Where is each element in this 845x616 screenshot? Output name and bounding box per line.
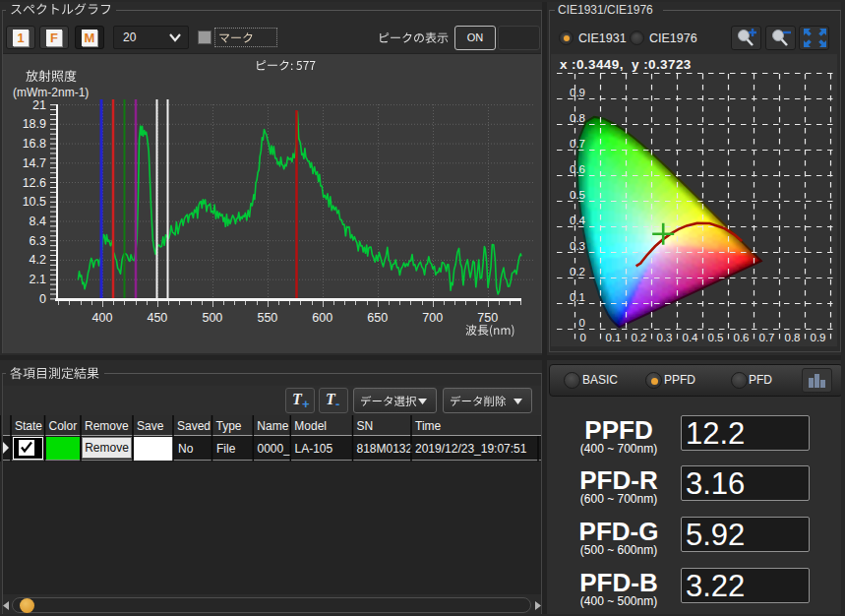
- svg-text:0.6: 0.6: [734, 332, 750, 343]
- svg-text:0.3: 0.3: [657, 332, 673, 343]
- svg-text:0.1: 0.1: [606, 332, 622, 343]
- svg-text:0.9: 0.9: [811, 332, 826, 343]
- svg-text:0.7: 0.7: [570, 138, 585, 150]
- svg-text:0: 0: [579, 317, 585, 329]
- svg-text:0.6: 0.6: [570, 163, 585, 175]
- svg-text:Saved: Saved: [177, 419, 211, 433]
- svg-text:Color: Color: [49, 419, 78, 433]
- svg-text:Type: Type: [216, 419, 242, 433]
- svg-text:0.4: 0.4: [570, 215, 586, 226]
- svg-text:0.9: 0.9: [570, 87, 585, 98]
- svg-text:0.5: 0.5: [570, 189, 585, 201]
- svg-text:0.4: 0.4: [683, 332, 699, 343]
- svg-text:0.2: 0.2: [570, 266, 585, 277]
- svg-text:Save: Save: [137, 419, 164, 433]
- svg-text:0.8: 0.8: [785, 332, 801, 343]
- svg-text:0.2: 0.2: [632, 332, 647, 343]
- svg-text:0: 0: [580, 332, 586, 343]
- svg-text:Name: Name: [257, 419, 288, 433]
- svg-text:State: State: [15, 419, 42, 433]
- svg-text:Remove: Remove: [85, 419, 129, 433]
- svg-text:0.1: 0.1: [570, 291, 585, 303]
- svg-text:0.8: 0.8: [570, 112, 585, 124]
- svg-text:0.3: 0.3: [570, 240, 585, 252]
- svg-text:Time: Time: [415, 419, 442, 433]
- svg-text:0.5: 0.5: [708, 332, 724, 343]
- svg-text:Model: Model: [294, 419, 327, 433]
- svg-text:0.7: 0.7: [759, 332, 775, 343]
- svg-text:SN: SN: [357, 419, 374, 433]
